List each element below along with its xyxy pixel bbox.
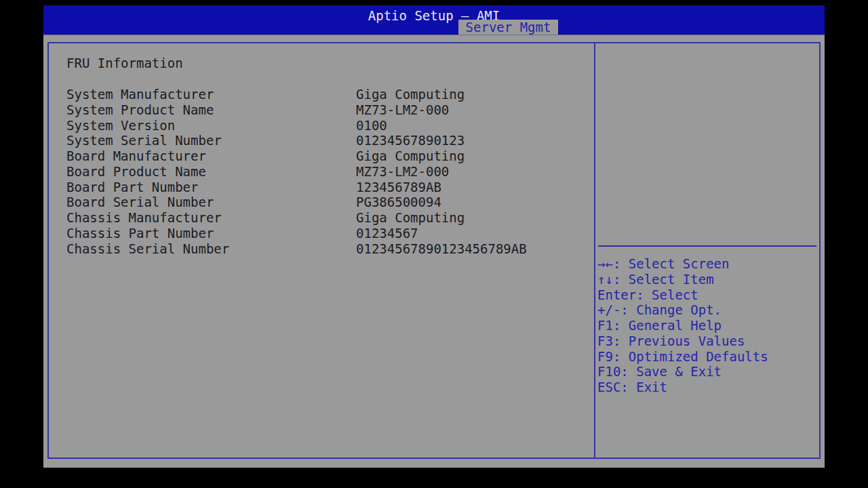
row-value: 01234567 bbox=[356, 226, 589, 241]
table-row: System Manufacturer Giga Computing bbox=[66, 87, 589, 102]
fru-rows: System Manufacturer Giga Computing Syste… bbox=[66, 87, 589, 256]
row-value: MZ73-LM2-000 bbox=[356, 102, 589, 118]
table-row: System Version 0100 bbox=[66, 118, 589, 134]
row-label: System Product Name bbox=[66, 102, 356, 118]
row-label: Chassis Serial Number bbox=[66, 241, 356, 257]
table-row: System Product Name MZ73-LM2-000 bbox=[66, 102, 589, 118]
key-legend-line: →←: Select Screen bbox=[597, 256, 818, 272]
row-label: Board Product Name bbox=[66, 164, 356, 180]
table-row: Chassis Manufacturer Giga Computing bbox=[66, 210, 589, 226]
table-row: Chassis Part Number 01234567 bbox=[66, 226, 589, 241]
fru-information-panel: FRU Information System Manufacturer Giga… bbox=[47, 42, 595, 459]
key-legend: →←: Select Screen ↑↓: Select Item Enter:… bbox=[597, 256, 818, 395]
row-value: Giga Computing bbox=[356, 210, 589, 226]
key-legend-line: F3: Previous Values bbox=[597, 333, 818, 349]
key-legend-line: F9: Optimized Defaults bbox=[597, 349, 818, 365]
table-row: System Serial Number 01234567890123 bbox=[66, 133, 589, 148]
row-value: Giga Computing bbox=[356, 87, 589, 102]
key-legend-line: Enter: Select bbox=[597, 287, 818, 303]
table-row: Board Manufacturer Giga Computing bbox=[66, 148, 589, 164]
bios-screen: Aptio Setup – AMI Server Mgmt FRU Inform… bbox=[43, 5, 825, 483]
row-label: Board Manufacturer bbox=[66, 148, 356, 164]
row-label: Board Part Number bbox=[66, 180, 356, 195]
key-legend-line: ↑↓: Select Item bbox=[597, 272, 818, 287]
help-divider bbox=[598, 245, 816, 247]
row-value: 01234567890123456789AB bbox=[356, 241, 589, 257]
row-label: Chassis Manufacturer bbox=[66, 210, 356, 226]
row-label: System Version bbox=[66, 118, 356, 134]
row-label: System Serial Number bbox=[66, 133, 356, 148]
row-value: Giga Computing bbox=[356, 148, 589, 164]
row-value: 123456789AB bbox=[356, 180, 589, 195]
key-legend-line: +/-: Change Opt. bbox=[597, 302, 818, 318]
tab-server-mgmt[interactable]: Server Mgmt bbox=[458, 20, 558, 35]
key-legend-line: F10: Save & Exit bbox=[597, 364, 818, 380]
key-legend-line: ESC: Exit bbox=[597, 380, 818, 395]
table-row: Board Product Name MZ73-LM2-000 bbox=[66, 164, 589, 180]
row-value: 01234567890123 bbox=[356, 133, 589, 148]
help-panel: →←: Select Screen ↑↓: Select Item Enter:… bbox=[594, 42, 821, 459]
app-title: Aptio Setup – AMI bbox=[43, 8, 825, 23]
table-row: Chassis Serial Number 012345678901234567… bbox=[66, 241, 589, 257]
row-value: 0100 bbox=[356, 118, 589, 134]
key-legend-line: F1: General Help bbox=[597, 318, 818, 333]
body-area: FRU Information System Manufacturer Giga… bbox=[43, 35, 825, 468]
row-label: Board Serial Number bbox=[66, 195, 356, 210]
row-value: MZ73-LM2-000 bbox=[356, 164, 589, 180]
page-title: FRU Information bbox=[66, 56, 183, 71]
row-label: Chassis Part Number bbox=[66, 226, 356, 241]
table-row: Board Part Number 123456789AB bbox=[66, 180, 589, 195]
table-row: Board Serial Number PG386500094 bbox=[66, 195, 589, 210]
row-value: PG386500094 bbox=[356, 195, 589, 210]
header-bar: Aptio Setup – AMI Server Mgmt bbox=[43, 5, 825, 35]
row-label: System Manufacturer bbox=[66, 87, 356, 102]
